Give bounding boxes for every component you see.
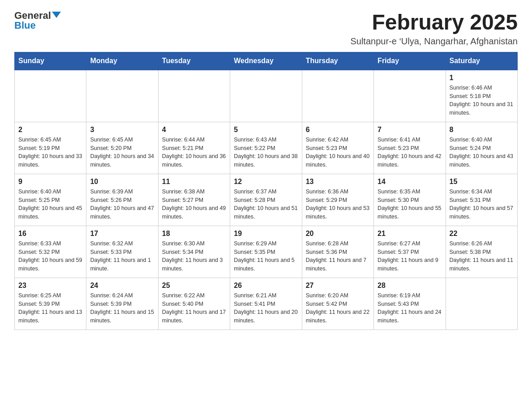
- day-info: Sunrise: 6:26 AMSunset: 5:38 PMDaylight:…: [450, 240, 514, 273]
- day-info: Sunrise: 6:32 AMSunset: 5:33 PMDaylight:…: [90, 240, 154, 273]
- weekday-header-sunday: Sunday: [15, 52, 86, 70]
- day-number: 13: [306, 178, 370, 186]
- day-number: 7: [378, 126, 442, 134]
- calendar-table: SundayMondayTuesdayWednesdayThursdayFrid…: [14, 52, 518, 330]
- calendar-cell: 21Sunrise: 6:27 AMSunset: 5:37 PMDayligh…: [374, 226, 446, 278]
- title-block: February 2025 Sultanpur-e ‘Ulya, Nangarh…: [350, 11, 518, 47]
- weekday-header-wednesday: Wednesday: [230, 52, 302, 70]
- weekday-header-monday: Monday: [86, 52, 158, 70]
- calendar-week-row: 16Sunrise: 6:33 AMSunset: 5:32 PMDayligh…: [15, 226, 518, 278]
- calendar-cell: 11Sunrise: 6:38 AMSunset: 5:27 PMDayligh…: [158, 174, 230, 226]
- day-info: Sunrise: 6:41 AMSunset: 5:23 PMDaylight:…: [378, 136, 442, 169]
- day-info: Sunrise: 6:35 AMSunset: 5:30 PMDaylight:…: [378, 188, 442, 221]
- calendar-cell: 20Sunrise: 6:28 AMSunset: 5:36 PMDayligh…: [302, 226, 373, 278]
- calendar-week-row: 2Sunrise: 6:45 AMSunset: 5:19 PMDaylight…: [15, 122, 518, 174]
- calendar-cell: 10Sunrise: 6:39 AMSunset: 5:26 PMDayligh…: [86, 174, 158, 226]
- day-number: 17: [90, 230, 154, 238]
- calendar-cell: 19Sunrise: 6:29 AMSunset: 5:35 PMDayligh…: [230, 226, 302, 278]
- calendar-week-row: 1Sunrise: 6:46 AMSunset: 5:18 PMDaylight…: [15, 70, 518, 122]
- day-info: Sunrise: 6:33 AMSunset: 5:32 PMDaylight:…: [18, 240, 82, 273]
- day-info: Sunrise: 6:44 AMSunset: 5:21 PMDaylight:…: [162, 136, 226, 169]
- month-title: February 2025: [350, 11, 518, 34]
- calendar-cell: 28Sunrise: 6:19 AMSunset: 5:43 PMDayligh…: [374, 278, 446, 330]
- calendar-week-row: 23Sunrise: 6:25 AMSunset: 5:39 PMDayligh…: [15, 278, 518, 330]
- day-number: 14: [378, 178, 442, 186]
- day-number: 4: [162, 126, 226, 134]
- calendar-cell: 12Sunrise: 6:37 AMSunset: 5:28 PMDayligh…: [230, 174, 302, 226]
- day-info: Sunrise: 6:22 AMSunset: 5:40 PMDaylight:…: [162, 291, 226, 325]
- day-number: 25: [162, 282, 226, 290]
- day-info: Sunrise: 6:42 AMSunset: 5:23 PMDaylight:…: [306, 136, 370, 169]
- weekday-header-saturday: Saturday: [446, 52, 517, 70]
- calendar-cell: 18Sunrise: 6:30 AMSunset: 5:34 PMDayligh…: [158, 226, 230, 278]
- day-info: Sunrise: 6:20 AMSunset: 5:42 PMDaylight:…: [306, 291, 370, 325]
- calendar-cell: [15, 70, 86, 122]
- day-info: Sunrise: 6:19 AMSunset: 5:43 PMDaylight:…: [378, 291, 442, 325]
- calendar-week-row: 9Sunrise: 6:40 AMSunset: 5:25 PMDaylight…: [15, 174, 518, 226]
- day-info: Sunrise: 6:30 AMSunset: 5:34 PMDaylight:…: [162, 240, 226, 273]
- calendar-cell: 1Sunrise: 6:46 AMSunset: 5:18 PMDaylight…: [446, 70, 517, 122]
- day-info: Sunrise: 6:24 AMSunset: 5:39 PMDaylight:…: [90, 291, 154, 325]
- day-number: 6: [306, 126, 370, 134]
- logo-blue-text: Blue: [14, 21, 36, 30]
- day-number: 28: [378, 282, 442, 290]
- day-info: Sunrise: 6:46 AMSunset: 5:18 PMDaylight:…: [450, 84, 514, 117]
- calendar-cell: 3Sunrise: 6:45 AMSunset: 5:20 PMDaylight…: [86, 122, 158, 174]
- calendar-cell: 26Sunrise: 6:21 AMSunset: 5:41 PMDayligh…: [230, 278, 302, 330]
- calendar-cell: 4Sunrise: 6:44 AMSunset: 5:21 PMDaylight…: [158, 122, 230, 174]
- day-info: Sunrise: 6:34 AMSunset: 5:31 PMDaylight:…: [450, 188, 514, 221]
- calendar-cell: 16Sunrise: 6:33 AMSunset: 5:32 PMDayligh…: [15, 226, 86, 278]
- day-info: Sunrise: 6:37 AMSunset: 5:28 PMDaylight:…: [234, 188, 298, 221]
- day-number: 20: [306, 230, 370, 238]
- day-number: 21: [378, 230, 442, 238]
- day-number: 24: [90, 282, 154, 290]
- day-number: 15: [450, 178, 514, 186]
- day-number: 16: [18, 230, 82, 238]
- day-info: Sunrise: 6:36 AMSunset: 5:29 PMDaylight:…: [306, 188, 370, 221]
- day-info: Sunrise: 6:38 AMSunset: 5:27 PMDaylight:…: [162, 188, 226, 221]
- weekday-header-thursday: Thursday: [302, 52, 373, 70]
- day-number: 9: [18, 178, 82, 186]
- day-info: Sunrise: 6:27 AMSunset: 5:37 PMDaylight:…: [378, 240, 442, 273]
- calendar-cell: 27Sunrise: 6:20 AMSunset: 5:42 PMDayligh…: [302, 278, 373, 330]
- location-title: Sultanpur-e ‘Ulya, Nangarhar, Afghanista…: [350, 36, 518, 47]
- calendar-cell: 15Sunrise: 6:34 AMSunset: 5:31 PMDayligh…: [446, 174, 517, 226]
- calendar-cell: [158, 70, 230, 122]
- day-number: 26: [234, 282, 298, 290]
- day-number: 8: [450, 126, 514, 134]
- calendar-cell: 25Sunrise: 6:22 AMSunset: 5:40 PMDayligh…: [158, 278, 230, 330]
- calendar-cell: 24Sunrise: 6:24 AMSunset: 5:39 PMDayligh…: [86, 278, 158, 330]
- logo-general-text: General: [14, 11, 51, 21]
- calendar-cell: [86, 70, 158, 122]
- calendar-cell: [302, 70, 373, 122]
- day-info: Sunrise: 6:40 AMSunset: 5:24 PMDaylight:…: [450, 136, 514, 169]
- day-number: 2: [18, 126, 82, 134]
- day-number: 12: [234, 178, 298, 186]
- logo: General Blue: [14, 11, 61, 30]
- day-number: 23: [18, 282, 82, 290]
- day-number: 1: [450, 74, 514, 82]
- calendar-cell: 23Sunrise: 6:25 AMSunset: 5:39 PMDayligh…: [15, 278, 86, 330]
- day-info: Sunrise: 6:43 AMSunset: 5:22 PMDaylight:…: [234, 136, 298, 169]
- day-info: Sunrise: 6:45 AMSunset: 5:20 PMDaylight:…: [90, 136, 154, 169]
- day-number: 11: [162, 178, 226, 186]
- weekday-header-friday: Friday: [374, 52, 446, 70]
- day-number: 3: [90, 126, 154, 134]
- weekday-header-row: SundayMondayTuesdayWednesdayThursdayFrid…: [15, 52, 518, 70]
- calendar-cell: 17Sunrise: 6:32 AMSunset: 5:33 PMDayligh…: [86, 226, 158, 278]
- calendar-cell: 6Sunrise: 6:42 AMSunset: 5:23 PMDaylight…: [302, 122, 373, 174]
- calendar-cell: [374, 70, 446, 122]
- day-info: Sunrise: 6:29 AMSunset: 5:35 PMDaylight:…: [234, 240, 298, 273]
- calendar-cell: 2Sunrise: 6:45 AMSunset: 5:19 PMDaylight…: [15, 122, 86, 174]
- day-number: 18: [162, 230, 226, 238]
- day-number: 10: [90, 178, 154, 186]
- calendar-cell: [230, 70, 302, 122]
- day-number: 22: [450, 230, 514, 238]
- day-number: 19: [234, 230, 298, 238]
- day-info: Sunrise: 6:39 AMSunset: 5:26 PMDaylight:…: [90, 188, 154, 221]
- calendar-cell: [446, 278, 517, 330]
- calendar-cell: 8Sunrise: 6:40 AMSunset: 5:24 PMDaylight…: [446, 122, 517, 174]
- day-info: Sunrise: 6:21 AMSunset: 5:41 PMDaylight:…: [234, 291, 298, 325]
- day-info: Sunrise: 6:25 AMSunset: 5:39 PMDaylight:…: [18, 291, 82, 325]
- day-number: 5: [234, 126, 298, 134]
